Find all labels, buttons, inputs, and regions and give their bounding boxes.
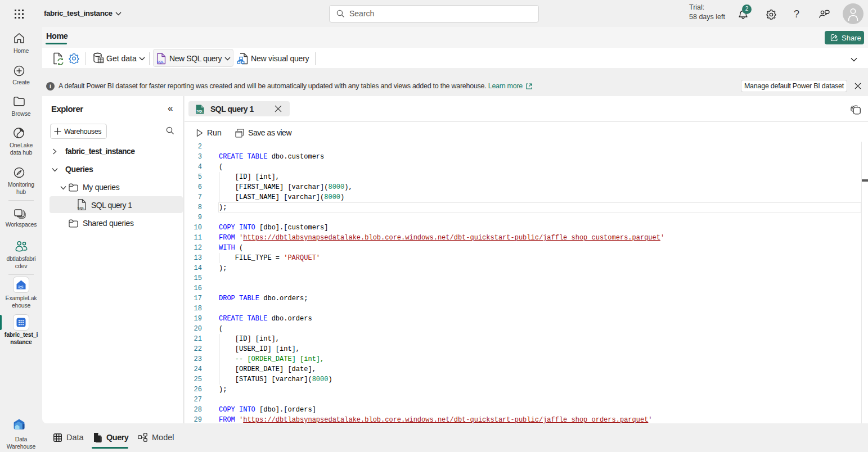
svg-text:SQL: SQL	[157, 60, 164, 64]
svg-text:SQL: SQL	[196, 110, 204, 113]
svg-text:SQL: SQL	[78, 206, 85, 210]
